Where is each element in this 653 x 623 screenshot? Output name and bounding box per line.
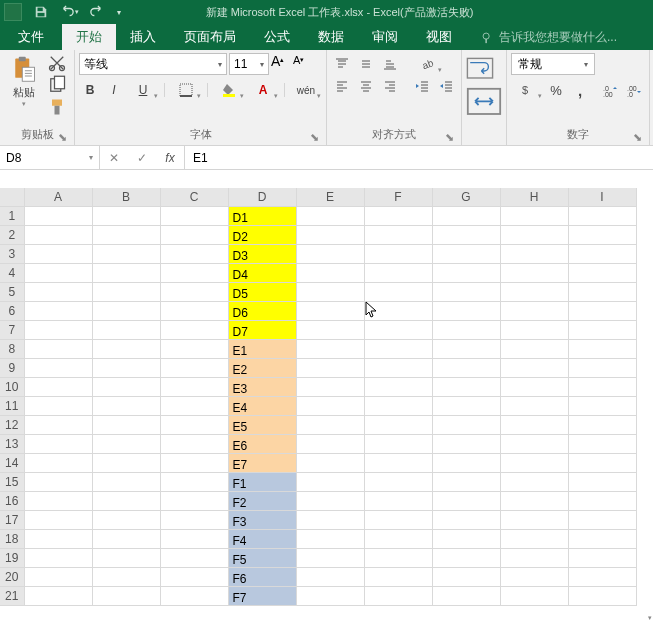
spreadsheet-grid[interactable]: ABCDEFGHI 1D12D23D34D45D56D67D78E19E210E… xyxy=(0,188,653,606)
cell[interactable] xyxy=(364,206,432,225)
cell[interactable] xyxy=(92,282,160,301)
tab-insert[interactable]: 插入 xyxy=(116,24,170,50)
tab-file[interactable]: 文件 xyxy=(0,24,62,50)
cell[interactable] xyxy=(500,529,568,548)
cell[interactable] xyxy=(500,491,568,510)
cell[interactable] xyxy=(500,548,568,567)
cell[interactable] xyxy=(92,567,160,586)
formula-input[interactable]: E1 xyxy=(185,146,653,169)
cell[interactable]: F6 xyxy=(228,567,296,586)
percent-format-icon[interactable]: % xyxy=(545,79,567,101)
cell[interactable] xyxy=(568,453,636,472)
row-header[interactable]: 20 xyxy=(0,567,24,586)
cell[interactable]: F2 xyxy=(228,491,296,510)
cell[interactable] xyxy=(24,529,92,548)
cell[interactable] xyxy=(568,320,636,339)
row-header[interactable]: 18 xyxy=(0,529,24,548)
cell[interactable] xyxy=(24,339,92,358)
wrap-text-icon[interactable] xyxy=(466,57,494,81)
cell[interactable] xyxy=(568,491,636,510)
cell[interactable]: D4 xyxy=(228,263,296,282)
cell[interactable] xyxy=(568,510,636,529)
cell[interactable] xyxy=(364,358,432,377)
align-center-icon[interactable] xyxy=(355,75,377,97)
cell[interactable] xyxy=(500,453,568,472)
cell[interactable] xyxy=(296,472,364,491)
column-header[interactable]: G xyxy=(432,188,500,206)
cell[interactable] xyxy=(92,453,160,472)
cell[interactable] xyxy=(364,510,432,529)
cell[interactable] xyxy=(92,339,160,358)
cell[interactable] xyxy=(92,510,160,529)
clipboard-launcher-icon[interactable]: ⬊ xyxy=(56,131,68,143)
alignment-launcher-icon[interactable]: ⬊ xyxy=(443,131,455,143)
save-icon[interactable] xyxy=(28,1,54,23)
column-header[interactable]: E xyxy=(296,188,364,206)
cell[interactable] xyxy=(160,510,228,529)
cell[interactable] xyxy=(568,206,636,225)
cell[interactable] xyxy=(160,206,228,225)
cell[interactable] xyxy=(364,320,432,339)
cell[interactable] xyxy=(160,567,228,586)
cell[interactable] xyxy=(296,225,364,244)
cell[interactable] xyxy=(296,377,364,396)
cell[interactable] xyxy=(92,529,160,548)
row-header[interactable]: 12 xyxy=(0,415,24,434)
row-header[interactable]: 21 xyxy=(0,586,24,605)
cell[interactable] xyxy=(24,434,92,453)
comma-format-icon[interactable]: , xyxy=(569,79,591,101)
row-header[interactable]: 2 xyxy=(0,225,24,244)
cell[interactable] xyxy=(568,396,636,415)
cell[interactable] xyxy=(92,301,160,320)
cell[interactable] xyxy=(92,263,160,282)
cell[interactable] xyxy=(500,472,568,491)
column-header[interactable]: A xyxy=(24,188,92,206)
format-painter-icon[interactable] xyxy=(47,97,67,117)
cell[interactable] xyxy=(160,282,228,301)
cell[interactable] xyxy=(432,339,500,358)
cell[interactable] xyxy=(160,244,228,263)
cut-icon[interactable] xyxy=(47,53,67,73)
cell[interactable] xyxy=(24,206,92,225)
cell[interactable] xyxy=(160,472,228,491)
cell[interactable] xyxy=(160,320,228,339)
tab-formulas[interactable]: 公式 xyxy=(250,24,304,50)
cell[interactable] xyxy=(432,510,500,529)
tab-pagelayout[interactable]: 页面布局 xyxy=(170,24,250,50)
row-header[interactable]: 15 xyxy=(0,472,24,491)
redo-icon[interactable] xyxy=(84,1,110,23)
row-header[interactable]: 8 xyxy=(0,339,24,358)
cell[interactable] xyxy=(92,586,160,605)
cell[interactable] xyxy=(296,586,364,605)
font-name-combo[interactable]: 等线▾ xyxy=(79,53,227,75)
cell[interactable] xyxy=(160,339,228,358)
row-header[interactable]: 10 xyxy=(0,377,24,396)
cell[interactable] xyxy=(568,282,636,301)
cancel-formula-icon[interactable]: ✕ xyxy=(100,146,128,169)
row-header[interactable]: 14 xyxy=(0,453,24,472)
row-header[interactable]: 6 xyxy=(0,301,24,320)
cell[interactable] xyxy=(364,529,432,548)
cell[interactable] xyxy=(432,377,500,396)
align-middle-icon[interactable] xyxy=(355,53,377,75)
column-header[interactable]: I xyxy=(568,188,636,206)
number-launcher-icon[interactable]: ⬊ xyxy=(631,131,643,143)
cell[interactable]: D7 xyxy=(228,320,296,339)
cell[interactable] xyxy=(568,244,636,263)
underline-button[interactable]: U▾ xyxy=(127,79,159,101)
cell[interactable] xyxy=(24,377,92,396)
cell[interactable] xyxy=(432,472,500,491)
cell[interactable] xyxy=(160,491,228,510)
increase-indent-icon[interactable] xyxy=(435,75,457,97)
phonetic-button[interactable]: wén▾ xyxy=(290,79,322,101)
cell[interactable] xyxy=(568,567,636,586)
cell[interactable] xyxy=(432,567,500,586)
cell[interactable] xyxy=(160,548,228,567)
cell[interactable] xyxy=(364,225,432,244)
cell[interactable] xyxy=(500,586,568,605)
cell[interactable] xyxy=(24,453,92,472)
cell[interactable]: F1 xyxy=(228,472,296,491)
tab-data[interactable]: 数据 xyxy=(304,24,358,50)
cell[interactable] xyxy=(500,263,568,282)
tell-me-search[interactable]: 告诉我您想要做什么... xyxy=(466,24,617,50)
